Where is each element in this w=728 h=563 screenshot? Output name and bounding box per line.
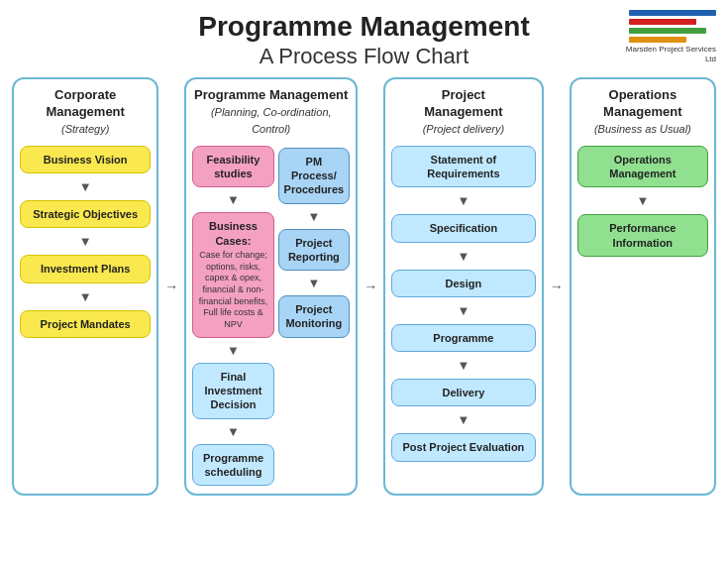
- page: Programme Management A Process Flow Char…: [0, 0, 728, 563]
- arrow-pm-r2: ▼: [307, 276, 320, 290]
- box-project-mandates: Project Mandates: [20, 310, 151, 338]
- sub-title: A Process Flow Chart: [12, 44, 716, 69]
- pm-left: Feasibility studies ▼ Business Cases: Ca…: [192, 146, 273, 486]
- col-subheader-operations: (Business as Usual): [594, 123, 691, 135]
- column-corporate: CorporateManagement(Strategy) Business V…: [12, 77, 158, 496]
- arrow-pm-3: ▼: [227, 424, 240, 439]
- arrow-down-1: ▼: [79, 179, 92, 194]
- column-operations: OperationsManagement(Business as Usual) …: [570, 77, 716, 496]
- arrow-proj-2: ▼: [457, 249, 469, 264]
- col-subheader-corporate: (Strategy): [61, 123, 109, 135]
- box-performance-information: Performance Information: [577, 214, 708, 257]
- arrow-pm-1: ▼: [227, 192, 240, 207]
- box-operations-management: Operations Management: [577, 146, 708, 188]
- col-header-project: ProjectManagement(Project delivery): [423, 87, 505, 138]
- business-cases-subtext: Case for change; options, risks, capex &…: [198, 250, 267, 331]
- box-programme-proj: Programme: [391, 324, 536, 352]
- arrow-ops-1: ▼: [636, 193, 649, 208]
- box-feasibility-studies: Feasibility studies: [192, 146, 273, 188]
- logo-bars: [629, 10, 716, 43]
- box-post-project: Post Project Evaluation: [391, 433, 536, 461]
- logo: Marsden Project Services Ltd: [617, 10, 716, 64]
- col-header-corporate: CorporateManagement(Strategy): [46, 87, 124, 138]
- columns-container: CorporateManagement(Strategy) Business V…: [12, 77, 716, 496]
- box-design: Design: [391, 270, 536, 297]
- arrow-corp-to-prog: →: [164, 279, 178, 294]
- pm-inner: Feasibility studies ▼ Business Cases: Ca…: [192, 146, 350, 486]
- col-header-operations: OperationsManagement(Business as Usual): [594, 87, 691, 138]
- box-final-investment: Final Investment Decision: [192, 363, 273, 419]
- box-investment-plans: Investment Plans: [20, 255, 151, 282]
- column-project: ProjectManagement(Project delivery) Stat…: [383, 77, 544, 496]
- arrow-proj-to-ops: →: [550, 279, 564, 294]
- box-project-monitoring: Project Monitoring: [278, 295, 351, 338]
- box-project-reporting: Project Reporting: [278, 229, 351, 272]
- col-subheader-programme: (Planning, Co-ordination, Control): [211, 106, 332, 135]
- col-header-programme: Programme Management(Planning, Co-ordina…: [192, 87, 350, 138]
- box-delivery: Delivery: [391, 379, 536, 406]
- logo-bar-3: [629, 28, 706, 34]
- box-pm-process: PM Process/ Procedures: [278, 148, 351, 204]
- logo-bar-2: [629, 19, 696, 25]
- pm-right: PM Process/ Procedures ▼ Project Reporti…: [278, 146, 351, 486]
- col-subheader-project: (Project delivery): [423, 123, 505, 135]
- arrow-proj-4: ▼: [457, 358, 469, 373]
- header: Programme Management A Process Flow Char…: [12, 10, 716, 69]
- logo-bar-1: [629, 10, 716, 16]
- arrow-down-3: ▼: [79, 289, 92, 304]
- logo-text: Marsden Project Services Ltd: [617, 45, 716, 63]
- box-programme-scheduling: Programme scheduling: [192, 444, 273, 487]
- box-statement-requirements: Statement of Requirements: [391, 146, 536, 188]
- arrow-proj-1: ▼: [457, 193, 469, 208]
- arrow-proj-5: ▼: [457, 412, 469, 427]
- box-business-cases: Business Cases: Case for change; options…: [192, 212, 273, 337]
- main-title: Programme Management: [12, 10, 716, 44]
- logo-bar-4: [629, 37, 686, 43]
- arrow-prog-to-proj: →: [364, 279, 377, 294]
- arrow-pm-2: ▼: [227, 343, 240, 358]
- arrow-down-2: ▼: [79, 234, 92, 249]
- arrow-proj-3: ▼: [457, 303, 469, 318]
- box-specification: Specification: [391, 214, 536, 242]
- box-business-vision: Business Vision: [20, 146, 151, 173]
- arrow-pm-r1: ▼: [307, 209, 320, 224]
- box-strategic-objectives: Strategic Objectives: [20, 200, 151, 228]
- column-programme: Programme Management(Planning, Co-ordina…: [184, 77, 358, 496]
